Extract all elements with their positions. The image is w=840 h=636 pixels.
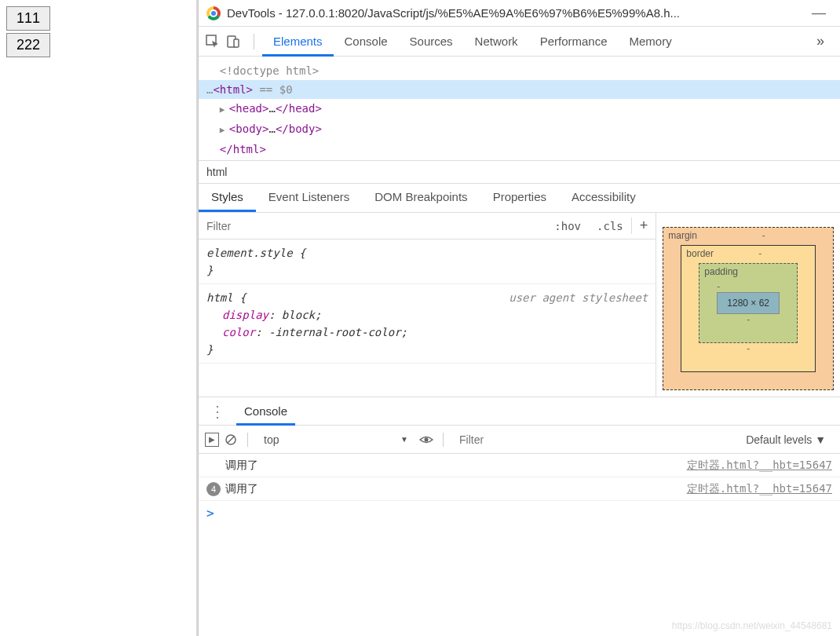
console-toolbar: ▶ top▼ Default levels ▼ <box>199 426 840 454</box>
devtools-title: DevTools - 127.0.0.1:8020/JavaScript/js/… <box>227 6 805 20</box>
log-levels-selector[interactable]: Default levels ▼ <box>738 433 834 446</box>
console-log-row[interactable]: 4 调用了 定时器.html?__hbt=15647 <box>199 477 840 501</box>
svg-rect-2 <box>234 39 239 47</box>
html-rule[interactable]: html {user agent stylesheet display: blo… <box>199 284 656 364</box>
tab-elements[interactable]: Elements <box>262 27 334 57</box>
chrome-icon <box>206 6 221 20</box>
console-log-row[interactable]: 调用了 定时器.html?__hbt=15647 <box>199 454 840 477</box>
watermark: https://blog.csdn.net/weixin_44548681 <box>672 620 832 631</box>
page-button-1[interactable]: 111 <box>6 6 50 31</box>
tab-memory[interactable]: Memory <box>619 27 683 57</box>
box-model-content: 1280 × 62 <box>717 292 780 314</box>
html-node[interactable]: …<html> == $0 <box>199 80 840 99</box>
kebab-icon[interactable]: ⋮ <box>199 402 236 421</box>
more-tabs-icon[interactable]: » <box>807 33 834 49</box>
cls-toggle[interactable]: .cls <box>589 220 631 232</box>
svg-point-5 <box>425 437 429 441</box>
head-node[interactable]: ▶<head>…</head> <box>206 99 832 119</box>
body-node[interactable]: ▶<body>…</body> <box>206 119 832 140</box>
subtab-dom-breakpoints[interactable]: DOM Breakpoints <box>362 184 480 212</box>
subtab-accessibility[interactable]: Accessibility <box>559 184 648 212</box>
styles-subtabs: Styles Event Listeners DOM Breakpoints P… <box>199 183 840 213</box>
inspect-icon[interactable] <box>205 34 221 49</box>
styles-filter-row: :hov .cls + <box>199 213 656 239</box>
new-rule-button[interactable]: + <box>631 217 656 234</box>
repeat-badge: 4 <box>206 482 221 496</box>
devtools-titlebar: DevTools - 127.0.0.1:8020/JavaScript/js/… <box>199 0 840 27</box>
page-button-2[interactable]: 222 <box>6 33 50 57</box>
clear-console-icon[interactable] <box>224 433 238 447</box>
svg-line-4 <box>228 437 234 443</box>
log-source-link[interactable]: 定时器.html?__hbt=15647 <box>687 459 832 473</box>
console-drawer-tab[interactable]: Console <box>236 397 295 426</box>
minimize-button[interactable]: — <box>805 5 832 21</box>
main-tabs: Elements Console Sources Network Perform… <box>262 27 807 57</box>
device-icon[interactable] <box>225 34 241 49</box>
log-source-link[interactable]: 定时器.html?__hbt=15647 <box>687 482 832 496</box>
subtab-event-listeners[interactable]: Event Listeners <box>256 184 362 212</box>
breadcrumb[interactable]: html <box>199 160 840 183</box>
eye-icon[interactable] <box>419 433 433 447</box>
styles-filter-input[interactable] <box>199 220 546 232</box>
tab-sources[interactable]: Sources <box>399 27 464 57</box>
dom-tree[interactable]: <!doctype html> …<html> == $0 ▶<head>…</… <box>199 57 840 160</box>
tab-console[interactable]: Console <box>334 27 399 57</box>
subtab-styles[interactable]: Styles <box>199 184 256 212</box>
page-content: 111 222 <box>0 0 196 636</box>
devtools-toolbar: Elements Console Sources Network Perform… <box>199 27 840 57</box>
doctype: <!doctype html> <box>206 61 832 80</box>
live-expression-icon[interactable]: ▶ <box>205 433 219 447</box>
tab-performance[interactable]: Performance <box>529 27 619 57</box>
subtab-properties[interactable]: Properties <box>480 184 559 212</box>
console-filter-input[interactable] <box>453 433 733 446</box>
hov-toggle[interactable]: :hov <box>546 220 589 232</box>
devtools-panel: DevTools - 127.0.0.1:8020/JavaScript/js/… <box>198 0 840 636</box>
tab-network[interactable]: Network <box>464 27 529 57</box>
console-prompt[interactable]: > <box>199 501 840 525</box>
element-style-rule[interactable]: element.style { } <box>199 239 656 284</box>
html-close: </html> <box>206 140 832 159</box>
box-model: margin - border - padding - 1280 × 62 - … <box>656 213 840 397</box>
context-selector[interactable]: top▼ <box>257 433 415 446</box>
console-drawer-header: ⋮ Console <box>199 397 840 426</box>
